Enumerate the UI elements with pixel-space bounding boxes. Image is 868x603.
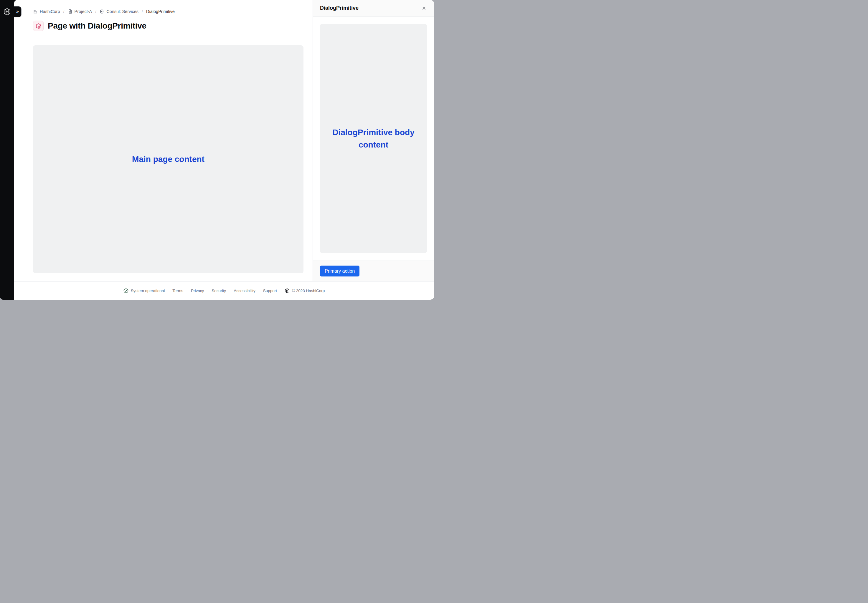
dialog-body-placeholder: DialogPrimitive body content <box>320 24 427 253</box>
hashicorp-logo-icon <box>285 288 290 293</box>
status-label: System operational <box>131 289 165 293</box>
breadcrumb-item-current: DialogPrimitive <box>146 9 175 14</box>
system-status-link[interactable]: System operational <box>124 288 165 293</box>
dialog-primitive-panel: DialogPrimitive DialogPrimitive body con… <box>313 0 434 281</box>
app-frame: » HashiCorp / <box>0 0 434 300</box>
breadcrumb: HashiCorp / Project-A / <box>33 9 304 14</box>
primary-action-button[interactable]: Primary action <box>320 266 360 277</box>
breadcrumb-label: Project-A <box>74 9 92 14</box>
x-icon <box>422 6 426 11</box>
dialog-body: DialogPrimitive body content <box>313 17 434 261</box>
org-icon <box>33 9 38 14</box>
chevron-double-right-icon: » <box>16 9 19 14</box>
footer-link-security[interactable]: Security <box>212 289 226 293</box>
main-content-placeholder: Main page content <box>33 45 304 273</box>
breadcrumb-label: HashiCorp <box>40 9 60 14</box>
dialog-title: DialogPrimitive <box>320 5 358 11</box>
copyright: © 2023 HashiCorp <box>285 288 325 293</box>
breadcrumb-separator: / <box>142 9 143 14</box>
breadcrumb-item-consul-services[interactable]: Consul: Services <box>99 9 138 14</box>
dialog-placeholder-text: DialogPrimitive body content <box>328 126 418 151</box>
page-title: Page with DialogPrimitive <box>48 21 146 31</box>
hashicorp-logo-icon <box>3 8 11 15</box>
dialog-footer: Primary action <box>313 261 434 281</box>
page-header: Page with DialogPrimitive <box>33 21 304 31</box>
file-text-icon <box>68 9 73 14</box>
main-content-area: HashiCorp / Project-A / <box>14 0 313 281</box>
footer-link-accessibility[interactable]: Accessibility <box>234 289 256 293</box>
footer-link-terms[interactable]: Terms <box>172 289 183 293</box>
breadcrumb-label: Consul: Services <box>106 9 138 14</box>
dialog-header: DialogPrimitive <box>313 0 434 17</box>
footer-link-privacy[interactable]: Privacy <box>191 289 204 293</box>
breadcrumb-separator: / <box>95 9 96 14</box>
consul-icon <box>99 9 104 14</box>
footer-link-support[interactable]: Support <box>263 289 277 293</box>
check-circle-icon <box>124 288 129 293</box>
main-placeholder-text: Main page content <box>132 153 205 165</box>
sidebar-expand-button[interactable]: » <box>14 6 22 17</box>
close-button[interactable] <box>420 5 428 12</box>
app-footer: System operational Terms Privacy Securit… <box>14 281 434 300</box>
breadcrumb-label: DialogPrimitive <box>146 9 175 14</box>
breadcrumb-item-hashicorp[interactable]: HashiCorp <box>33 9 60 14</box>
page-title-icon <box>33 21 43 31</box>
hexagon-gear-icon <box>36 23 42 29</box>
breadcrumb-item-project-a[interactable]: Project-A <box>68 9 92 14</box>
breadcrumb-separator: / <box>64 9 65 14</box>
copyright-text: © 2023 HashiCorp <box>292 289 325 293</box>
